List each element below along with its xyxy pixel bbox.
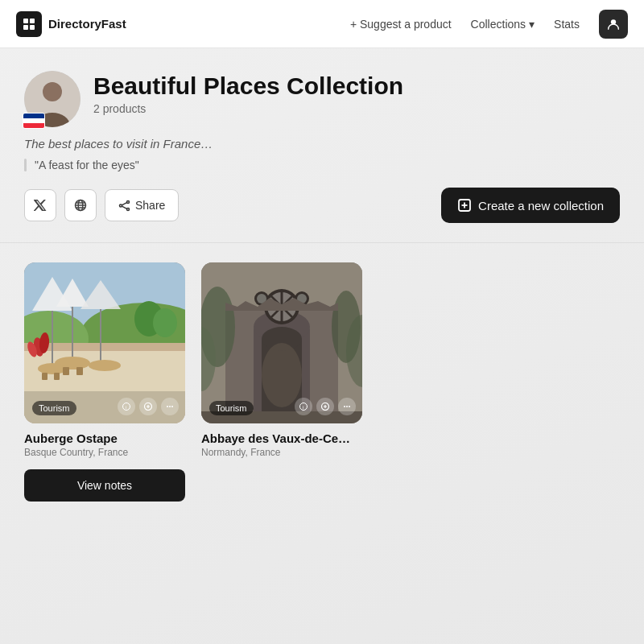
card-image-wrap-2: Tourism i [201, 262, 362, 423]
svg-point-14 [127, 208, 130, 210]
card-info-icon-2[interactable]: i [295, 398, 312, 415]
card-abbaye: Tourism i Abbaye des Vaux-de-Ce… Normand… [201, 262, 362, 458]
collections-nav-link[interactable]: Collections ▾ [471, 18, 535, 31]
main-content: Beautiful Places Collection 2 products T… [0, 48, 644, 518]
user-icon [606, 17, 621, 31]
svg-point-51 [169, 406, 171, 407]
svg-rect-2 [23, 25, 28, 30]
user-avatar-button[interactable] [599, 10, 628, 39]
card-bookmark-icon-2[interactable] [316, 398, 334, 415]
logo-text: DirectoryFast [48, 17, 126, 31]
globe-button[interactable] [64, 189, 97, 221]
stats-nav-link[interactable]: Stats [554, 18, 580, 31]
card-location-1: Basque Country, France [24, 447, 185, 458]
svg-point-6 [43, 82, 62, 101]
svg-point-85 [349, 406, 350, 407]
navbar: DirectoryFast + Suggest a product Collec… [0, 0, 644, 48]
quote-bar [24, 159, 27, 171]
collection-quote: "A feast for the eyes" [24, 159, 620, 171]
svg-rect-38 [63, 367, 69, 375]
quote-text: "A feast for the eyes" [35, 159, 139, 171]
svg-point-83 [344, 406, 345, 407]
france-flag [23, 113, 45, 129]
svg-text:i: i [303, 405, 303, 410]
svg-rect-1 [30, 19, 35, 23]
collection-title: Beautiful Places Collection [93, 72, 403, 99]
section-divider [0, 242, 644, 243]
avatar-wrap [24, 71, 80, 127]
cards-grid: Tourism i Auberge Ostape Basque Country,… [24, 262, 620, 458]
view-notes-button[interactable]: View notes [24, 469, 185, 502]
svg-line-17 [122, 206, 126, 208]
collection-description: The best places to visit in France… [24, 137, 620, 151]
nav-logo[interactable]: DirectoryFast [16, 11, 126, 37]
card-tag-1: Tourism [32, 401, 76, 415]
create-collection-button[interactable]: Create a new collection [441, 188, 620, 223]
svg-point-84 [346, 406, 348, 407]
suggest-product-link[interactable]: + Suggest a product [350, 18, 452, 31]
card-image-wrap-1: Tourism i [24, 262, 185, 423]
card-action-icons-2: i [295, 398, 356, 415]
collection-header: Beautiful Places Collection 2 products [24, 71, 620, 127]
svg-point-34 [89, 360, 121, 371]
card-bookmark-icon-1[interactable] [139, 398, 157, 415]
svg-point-13 [127, 200, 130, 203]
card-location-2: Normandy, France [201, 447, 362, 458]
svg-rect-40 [42, 373, 47, 380]
svg-point-43 [153, 308, 177, 337]
share-icon [118, 200, 130, 212]
card-more-icon-1[interactable] [161, 398, 179, 415]
logo-icon [16, 11, 42, 37]
card-name-1: Auberge Ostape [24, 431, 185, 445]
card-auberge-ostape: Tourism i Auberge Ostape Basque Country,… [24, 262, 185, 458]
x-icon [34, 199, 47, 212]
collection-count: 2 products [93, 102, 403, 115]
svg-rect-3 [30, 25, 35, 30]
share-button[interactable]: Share [105, 189, 179, 221]
card-more-icon-2[interactable] [338, 398, 356, 415]
card-info-icon-1[interactable]: i [118, 398, 135, 415]
card-tag-2: Tourism [209, 401, 254, 415]
svg-line-16 [122, 202, 126, 204]
view-notes-wrap: View notes [24, 458, 620, 502]
svg-point-33 [38, 363, 67, 374]
collection-title-wrap: Beautiful Places Collection 2 products [93, 71, 403, 115]
svg-point-52 [171, 406, 173, 407]
svg-rect-0 [23, 19, 28, 23]
svg-rect-41 [54, 373, 60, 380]
x-share-button[interactable] [24, 189, 56, 221]
svg-point-15 [120, 204, 122, 207]
plus-square-icon [457, 198, 472, 213]
svg-text:i: i [126, 405, 126, 410]
actions-row: Share Create a new collection [24, 188, 620, 223]
card-action-icons-1: i [118, 398, 179, 415]
card-name-2: Abbaye des Vaux-de-Ce… [201, 431, 362, 445]
svg-rect-39 [76, 367, 83, 375]
globe-icon [74, 199, 87, 212]
svg-point-50 [167, 406, 168, 407]
